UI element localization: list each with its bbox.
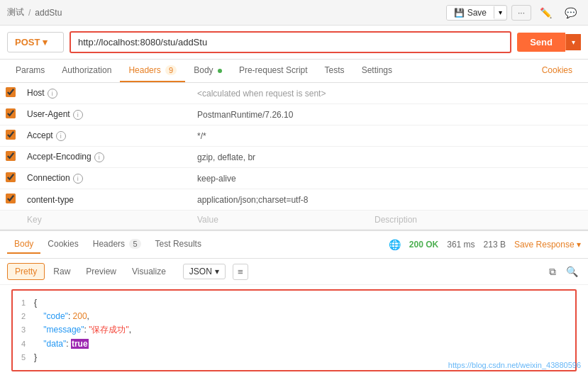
line-number: 4 xyxy=(13,338,34,351)
tab-settings[interactable]: Settings xyxy=(353,60,401,82)
method-select[interactable]: POST ▾ xyxy=(7,32,64,52)
value-label: <calculated when request is sent> xyxy=(197,89,326,99)
code-area: 1 { 2 "code": 200, 3 "message": "保存成功", … xyxy=(13,291,575,370)
key-label: User-Agent xyxy=(27,109,70,119)
table-row: Hosti <calculated when request is sent> xyxy=(0,83,588,104)
search-icon-button[interactable]: 🔍 xyxy=(563,264,581,279)
method-arrow: ▾ xyxy=(43,37,48,47)
code-line-4: 4 "data": true xyxy=(13,337,575,351)
line-number: 5 xyxy=(13,352,34,364)
send-dropdown-arrow[interactable]: ▾ xyxy=(565,34,581,50)
filter-icon-button[interactable]: ≡ xyxy=(233,264,248,280)
line-content: "code": 200, xyxy=(34,310,575,323)
save-dropdown-arrow[interactable]: ▾ xyxy=(494,6,506,18)
row-checkbox[interactable] xyxy=(6,172,16,182)
tab-headers[interactable]: Headers 9 xyxy=(120,60,185,82)
status-ok: 200 OK xyxy=(409,240,438,250)
table-row-new: Key Value Description xyxy=(0,211,588,230)
send-button[interactable]: Send xyxy=(517,33,565,52)
top-bar: 测试 / addStu 💾 Save ▾ ··· ✏️ 💬 xyxy=(0,0,588,26)
more-button[interactable]: ··· xyxy=(511,5,531,21)
key-placeholder: Key xyxy=(27,215,42,225)
method-label: POST xyxy=(15,37,40,47)
send-button-group: Send ▾ xyxy=(517,33,581,52)
row-checkbox[interactable] xyxy=(6,130,16,140)
info-icon: i xyxy=(94,152,104,162)
value-label: application/json;charset=utf-8 xyxy=(197,195,308,205)
line-number: 1 xyxy=(13,297,34,310)
breadcrumb-project: 测试 xyxy=(7,6,24,18)
request-nav-tabs: Params Authorization Headers 9 Body Pre-… xyxy=(0,60,588,83)
table-row: content-type application/json;charset=ut… xyxy=(0,189,588,211)
breadcrumb-request: addStu xyxy=(35,8,62,18)
save-icon: 💾 xyxy=(454,8,465,18)
url-bar: POST ▾ Send ▾ xyxy=(0,26,588,60)
value-label: PostmanRuntime/7.26.10 xyxy=(197,110,293,120)
response-tab-cookies[interactable]: Cookies xyxy=(40,235,85,254)
save-button[interactable]: 💾 Save xyxy=(447,6,494,20)
table-row: Accepti */* xyxy=(0,125,588,147)
tab-tests[interactable]: Tests xyxy=(316,60,353,82)
format-json-select[interactable]: JSON ▾ xyxy=(183,264,226,279)
json-value: 200 xyxy=(73,311,87,321)
line-number: 2 xyxy=(13,310,34,323)
info-icon: i xyxy=(73,110,83,120)
tab-body[interactable]: Body xyxy=(185,60,231,82)
info-icon: i xyxy=(48,89,57,99)
format-select-label: JSON xyxy=(189,267,212,276)
row-checkbox[interactable] xyxy=(6,108,16,118)
format-tab-visualize[interactable]: Visualize xyxy=(125,264,173,279)
comment-icon-button[interactable]: 💬 xyxy=(560,5,581,21)
table-row: Connectioni keep-alive xyxy=(0,168,588,189)
json-value: true xyxy=(71,339,89,349)
cookies-link[interactable]: Cookies xyxy=(533,60,581,82)
row-checkbox[interactable] xyxy=(6,151,16,161)
tab-authorization[interactable]: Authorization xyxy=(53,60,120,82)
line-content: { xyxy=(34,296,575,310)
line-content: "data": true xyxy=(34,337,575,351)
key-label: content-type xyxy=(27,195,74,205)
save-label: Save xyxy=(467,8,487,18)
breadcrumb-sep: / xyxy=(28,8,30,18)
response-tab-body[interactable]: Body xyxy=(7,235,40,254)
info-icon: i xyxy=(56,131,66,141)
tab-pre-request[interactable]: Pre-request Script xyxy=(231,60,316,82)
format-select-arrow: ▾ xyxy=(215,267,219,276)
copy-icon-button[interactable]: ⧉ xyxy=(546,264,559,279)
format-tab-preview[interactable]: Preview xyxy=(79,264,123,279)
json-key: "data" xyxy=(43,339,66,349)
key-label: Host xyxy=(27,88,45,98)
format-bar-right: ⧉ 🔍 xyxy=(546,264,581,279)
headers-table: Hosti <calculated when request is sent> … xyxy=(0,83,588,230)
body-dot xyxy=(218,69,222,73)
url-input[interactable] xyxy=(70,31,511,53)
json-key: "code" xyxy=(43,311,68,321)
top-bar-actions: 💾 Save ▾ ··· ✏️ 💬 xyxy=(446,5,581,21)
save-response-arrow: ▾ xyxy=(577,240,581,250)
edit-icon-button[interactable]: ✏️ xyxy=(536,5,556,21)
cookies-label: Cookies xyxy=(542,60,572,81)
row-checkbox[interactable] xyxy=(6,194,16,203)
format-bar: Pretty Raw Preview Visualize JSON ▾ ≡ ⧉ … xyxy=(0,259,588,285)
response-tab-headers[interactable]: Headers 5 xyxy=(86,235,148,254)
table-row: User-Agenti PostmanRuntime/7.26.10 xyxy=(0,104,588,125)
save-response-button[interactable]: Save Response ▾ xyxy=(514,240,581,250)
response-tab-test-results[interactable]: Test Results xyxy=(148,235,209,254)
status-size: 213 B xyxy=(484,240,506,250)
code-line-3: 3 "message": "保存成功", xyxy=(13,323,575,337)
line-number: 3 xyxy=(13,324,34,337)
format-tab-raw[interactable]: Raw xyxy=(46,264,77,279)
info-icon: i xyxy=(73,174,83,184)
key-label: Accept xyxy=(27,130,53,140)
code-line-2: 2 "code": 200, xyxy=(13,310,575,323)
globe-icon: 🌐 xyxy=(389,239,401,250)
tab-params[interactable]: Params xyxy=(7,60,53,82)
desc-placeholder: Description xyxy=(375,215,417,225)
key-label: Accept-Encoding xyxy=(27,152,91,162)
headers-badge: 9 xyxy=(165,65,177,75)
value-placeholder: Value xyxy=(197,215,218,225)
status-time: 361 ms xyxy=(447,240,475,250)
row-checkbox[interactable] xyxy=(6,87,16,97)
code-response-wrapper: 1 { 2 "code": 200, 3 "message": "保存成功", … xyxy=(6,289,582,371)
format-tab-pretty[interactable]: Pretty xyxy=(7,263,45,280)
